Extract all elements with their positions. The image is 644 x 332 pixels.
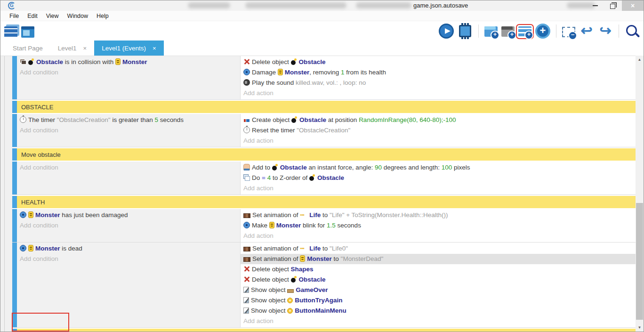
text-segment: Create object bbox=[252, 116, 291, 123]
add-action-link[interactable]: Add action bbox=[241, 316, 636, 326]
action-line[interactable]: Show object GameOver bbox=[241, 285, 636, 295]
actions-cell: Create object Obstacle at position Rando… bbox=[241, 114, 636, 147]
action-line[interactable]: Do = 4 to Z-order of Obstacle bbox=[241, 173, 636, 183]
add-condition-link[interactable]: Add condition bbox=[17, 254, 240, 264]
tab-close-icon[interactable]: × bbox=[153, 45, 156, 52]
redo-icon[interactable]: ↪ bbox=[598, 24, 613, 39]
timer-icon bbox=[243, 127, 250, 133]
add-scene-icon[interactable] bbox=[484, 26, 498, 37]
minimize-button[interactable] bbox=[586, 0, 604, 11]
conditions-cell: The timer "ObstacleCreation" is greater … bbox=[17, 114, 241, 147]
action-line[interactable]: Set animation of Life to "Life" + ToStri… bbox=[241, 210, 636, 220]
project-manager-icon[interactable] bbox=[4, 26, 17, 38]
action-line[interactable]: Reset the timer "ObstacleCreation" bbox=[241, 125, 636, 136]
add-action-link[interactable]: Add action bbox=[241, 183, 636, 194]
add-object-icon[interactable]: + bbox=[535, 24, 550, 39]
scroll-up-arrow-icon[interactable]: ▲ bbox=[636, 56, 644, 64]
comment-row[interactable]: HEALTH bbox=[12, 196, 636, 208]
action-line[interactable]: Show object ButtonMainMenu bbox=[241, 306, 636, 316]
search-icon[interactable] bbox=[625, 24, 640, 39]
condition-line[interactable]: Monster has just been damaged bbox=[17, 210, 240, 220]
toolbar-right-group: +↩↪ bbox=[439, 24, 640, 39]
text-segment: Show object bbox=[251, 307, 287, 314]
add-condition-link[interactable]: Add condition bbox=[17, 162, 240, 173]
action-line[interactable]: Delete object Obstacle bbox=[241, 275, 636, 285]
condition-line[interactable]: Monster is dead bbox=[17, 243, 240, 254]
action-line[interactable]: Create object Obstacle at position Rando… bbox=[241, 115, 636, 125]
text-segment: GameOver bbox=[296, 286, 328, 293]
text-segment: "ObstacleCreation" bbox=[297, 127, 350, 134]
text-segment: 90 bbox=[375, 164, 382, 171]
add-action-link[interactable]: Add action bbox=[241, 231, 636, 241]
text-segment: Do bbox=[252, 174, 262, 181]
action-line[interactable]: Set animation of Monster to "MonsterDead… bbox=[241, 254, 636, 264]
gdevelop-logo-icon: G bbox=[8, 2, 16, 9]
button-icon bbox=[287, 308, 293, 314]
monster-icon bbox=[28, 245, 33, 251]
action-line[interactable]: Delete object Obstacle bbox=[241, 57, 636, 67]
menu-item-view[interactable]: View bbox=[42, 13, 63, 19]
menu-item-help[interactable]: Help bbox=[92, 13, 113, 19]
condition-line[interactable]: Obstacle is in collision with Monster bbox=[17, 57, 240, 67]
action-line[interactable]: Add to Obstacle an instant force, angle:… bbox=[241, 162, 636, 173]
undo-icon[interactable]: ↩ bbox=[579, 24, 594, 39]
debug-icon[interactable] bbox=[459, 25, 471, 37]
add-condition-link[interactable]: Add condition bbox=[17, 220, 240, 231]
bomb-icon bbox=[291, 58, 297, 65]
play-icon[interactable] bbox=[439, 24, 454, 39]
restore-button[interactable] bbox=[604, 0, 622, 11]
event-selection-bar bbox=[12, 56, 17, 99]
action-line[interactable]: Damage Monster, removing 1 from its heal… bbox=[241, 67, 636, 78]
action-line[interactable]: Make Monster blink for 1.5 seconds bbox=[241, 220, 636, 231]
event-rows: Obstacle is in collision with MonsterAdd… bbox=[12, 56, 636, 332]
tab-level1[interactable]: Level1× bbox=[50, 40, 94, 56]
monster-icon bbox=[115, 58, 121, 65]
add-condition-link[interactable]: Add condition bbox=[17, 67, 240, 78]
button-icon bbox=[287, 298, 293, 303]
action-line[interactable]: Play the sound killed.wav, vol.: , loop:… bbox=[241, 78, 636, 88]
actions-cell: Add to Obstacle an instant force, angle:… bbox=[241, 162, 636, 194]
menubar: FileEditViewWindowHelp bbox=[0, 11, 644, 21]
titlebar: G game.json.autosave × bbox=[0, 0, 644, 11]
conditions-cell: Add condition bbox=[17, 162, 241, 194]
add-condition-link[interactable]: Add condition bbox=[17, 125, 240, 136]
action-line[interactable]: Set animation of Life to "Life0" bbox=[241, 243, 636, 254]
text-segment: Monster bbox=[307, 255, 332, 262]
vertical-scrollbar[interactable]: ▲ ▼ bbox=[636, 56, 644, 332]
menu-item-edit[interactable]: Edit bbox=[23, 13, 42, 19]
tab-level1-events-[interactable]: Level1 (Events)× bbox=[94, 40, 163, 56]
text-segment: Damage bbox=[252, 69, 278, 76]
tab-close-icon[interactable]: × bbox=[83, 45, 87, 52]
action-line[interactable]: Show object ButtonTryAgain bbox=[241, 295, 636, 306]
scrollbar-thumb[interactable] bbox=[636, 203, 643, 320]
menu-item-file[interactable]: File bbox=[5, 13, 23, 19]
monster-icon bbox=[278, 69, 283, 75]
text-segment: killed.wav, vol.: , loop: no bbox=[296, 79, 366, 86]
text-segment: an instant force, angle: bbox=[307, 164, 375, 171]
menu-item-window[interactable]: Window bbox=[63, 13, 92, 19]
sound-icon bbox=[243, 79, 250, 86]
action-line[interactable]: Delete object Shapes bbox=[241, 264, 636, 275]
show-icon bbox=[243, 308, 249, 314]
condition-line[interactable]: The timer "ObstacleCreation" is greater … bbox=[17, 115, 240, 125]
comment-row[interactable]: Move obstacle bbox=[12, 148, 636, 161]
text-segment: at position bbox=[326, 116, 359, 123]
text-segment: ButtonTryAgain bbox=[295, 297, 342, 304]
scroll-down-arrow-icon[interactable]: ▼ bbox=[636, 324, 644, 332]
comment-row[interactable]: GAME OVER bbox=[12, 329, 636, 332]
add-event-icon[interactable] bbox=[518, 26, 531, 37]
close-button[interactable]: × bbox=[622, 0, 644, 11]
event-sheet: Obstacle is in collision with MonsterAdd… bbox=[0, 56, 644, 332]
comment-row[interactable]: OBSTACLE bbox=[12, 101, 636, 113]
scene-editor-icon[interactable] bbox=[21, 26, 34, 38]
text-segment: Monster bbox=[35, 211, 60, 219]
add-external-events-icon[interactable] bbox=[501, 26, 515, 37]
toolbar-separator bbox=[619, 24, 619, 38]
tab-start-page[interactable]: Start Page bbox=[5, 40, 50, 56]
deselect-icon[interactable] bbox=[562, 27, 575, 37]
event-row: Obstacle is in collision with MonsterAdd… bbox=[12, 56, 636, 100]
timer-icon bbox=[20, 116, 26, 123]
add-action-link[interactable]: Add action bbox=[241, 136, 636, 146]
add-action-link[interactable]: Add action bbox=[241, 88, 636, 98]
text-segment: The timer bbox=[28, 116, 57, 123]
